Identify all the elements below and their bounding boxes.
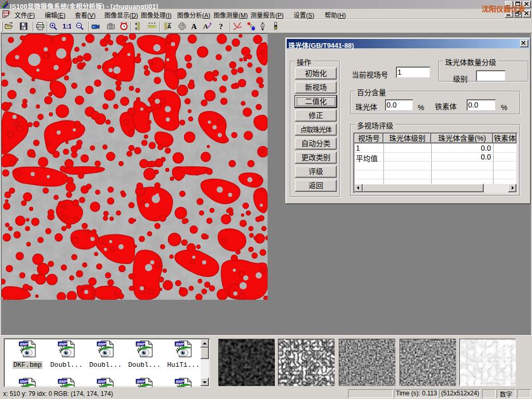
svg-text:BMP: BMP bbox=[176, 380, 184, 383]
svg-text:BMP: BMP bbox=[98, 342, 107, 346]
svg-text:BMP: BMP bbox=[98, 380, 107, 383]
svg-text:BMP: BMP bbox=[20, 342, 29, 346]
svg-text:A: A bbox=[203, 22, 208, 30]
svg-text:BMP: BMP bbox=[137, 342, 145, 346]
svg-text:?: ? bbox=[219, 22, 223, 31]
svg-text:BMP: BMP bbox=[59, 342, 68, 346]
svg-text:1:1: 1:1 bbox=[63, 23, 72, 30]
svg-text:A: A bbox=[167, 24, 171, 30]
svg-text:BMP: BMP bbox=[59, 380, 68, 383]
svg-text:BMP: BMP bbox=[20, 380, 29, 383]
svg-text:A: A bbox=[191, 22, 197, 31]
svg-text:BMP: BMP bbox=[176, 342, 184, 346]
svg-text:DOC: DOC bbox=[4, 11, 11, 15]
svg-text:BMP: BMP bbox=[137, 380, 145, 383]
